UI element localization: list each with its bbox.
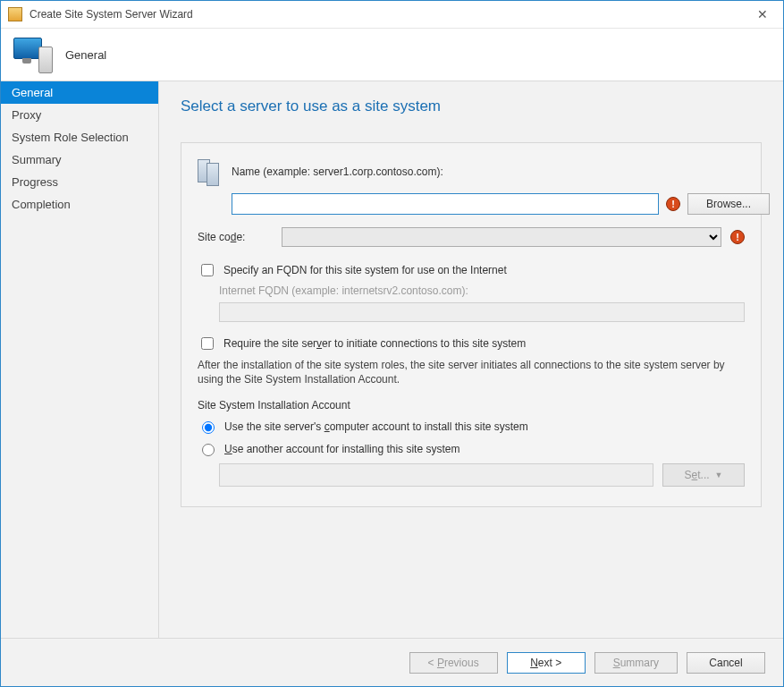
footer: < Previous Next > Summary Cancel	[1, 638, 783, 686]
page-heading: Select a server to use as a site system	[181, 98, 762, 115]
sidebar-item-label: General	[12, 86, 53, 99]
wizard-window: Create Site System Server Wizard ✕ Gener…	[0, 0, 784, 687]
set-label: Set...	[685, 469, 710, 481]
required-icon: !	[666, 197, 680, 211]
sitecode-select[interactable]	[282, 227, 721, 247]
fqdn-input	[219, 302, 745, 322]
cancel-button[interactable]: Cancel	[687, 652, 765, 674]
require-checkbox[interactable]	[201, 337, 214, 350]
sidebar: General Proxy System Role Selection Summ…	[1, 81, 159, 638]
sitecode-row: Site code: !	[198, 227, 745, 247]
summary-button: Summary	[594, 652, 678, 674]
name-label: Name (example: server1.corp.contoso.com)…	[232, 165, 443, 178]
server-icon	[13, 36, 53, 73]
close-button[interactable]: ✕	[749, 1, 776, 28]
chevron-down-icon: ▼	[715, 471, 723, 479]
app-icon	[8, 7, 22, 21]
banner: General	[1, 29, 783, 81]
sidebar-item-completion[interactable]: Completion	[1, 193, 158, 216]
server-small-icon	[198, 159, 219, 184]
sidebar-item-system-role[interactable]: System Role Selection	[1, 126, 158, 148]
cancel-label: Cancel	[709, 657, 742, 669]
sitecode-label: Site code:	[198, 231, 273, 243]
require-checkbox-row: Require the site server to initiate conn…	[198, 335, 745, 352]
browse-label: Browse...	[706, 198, 751, 210]
name-input[interactable]	[232, 193, 659, 215]
name-row: Name (example: server1.corp.contoso.com)…	[198, 159, 745, 184]
sidebar-item-general[interactable]: General	[1, 81, 158, 104]
set-row: Set... ▼	[219, 463, 745, 487]
sidebar-item-label: System Role Selection	[12, 131, 129, 144]
next-button[interactable]: Next >	[507, 652, 586, 674]
sidebar-item-proxy[interactable]: Proxy	[1, 104, 158, 126]
set-button: Set... ▼	[662, 463, 745, 487]
account-input	[219, 463, 653, 487]
radio-other-account[interactable]	[202, 444, 215, 456]
sidebar-item-label: Proxy	[12, 108, 41, 122]
close-icon: ✕	[757, 7, 768, 21]
sidebar-item-label: Completion	[12, 198, 71, 211]
required-icon: !	[730, 230, 745, 244]
sidebar-item-label: Progress	[12, 175, 58, 189]
fqdn-hint: Internet FQDN (example: internetsrv2.con…	[219, 284, 745, 297]
sidebar-item-progress[interactable]: Progress	[1, 171, 158, 193]
sidebar-item-summary[interactable]: Summary	[1, 148, 158, 171]
require-checkbox-label: Require the site server to initiate conn…	[223, 337, 526, 350]
titlebar: Create Site System Server Wizard ✕	[1, 1, 783, 29]
fqdn-checkbox-label: Specify an FQDN for this site system for…	[223, 264, 507, 276]
radio-computer-account[interactable]	[202, 421, 215, 434]
fqdn-checkbox[interactable]	[201, 264, 214, 276]
name-input-row: ! Browse...	[232, 193, 745, 215]
previous-button: < Previous	[409, 652, 498, 674]
require-help-text: After the installation of the site syste…	[198, 358, 745, 386]
fqdn-checkbox-row: Specify an FQDN for this site system for…	[198, 261, 745, 279]
browse-button[interactable]: Browse...	[687, 193, 770, 215]
radio-computer-row: Use the site server's computer account t…	[198, 419, 745, 434]
main: Select a server to use as a site system …	[159, 81, 783, 638]
window-title: Create Site System Server Wizard	[30, 8, 749, 21]
banner-title: General	[65, 48, 106, 62]
radio-other-row: Use another account for installing this …	[198, 441, 745, 456]
radio-other-label: Use another account for installing this …	[224, 443, 459, 455]
form-panel: Name (example: server1.corp.contoso.com)…	[181, 142, 762, 507]
radio-computer-label: Use the site server's computer account t…	[224, 420, 528, 433]
body: General Proxy System Role Selection Summ…	[1, 81, 783, 638]
sidebar-item-label: Summary	[12, 153, 62, 166]
install-account-label: Site System Installation Account	[198, 399, 745, 411]
